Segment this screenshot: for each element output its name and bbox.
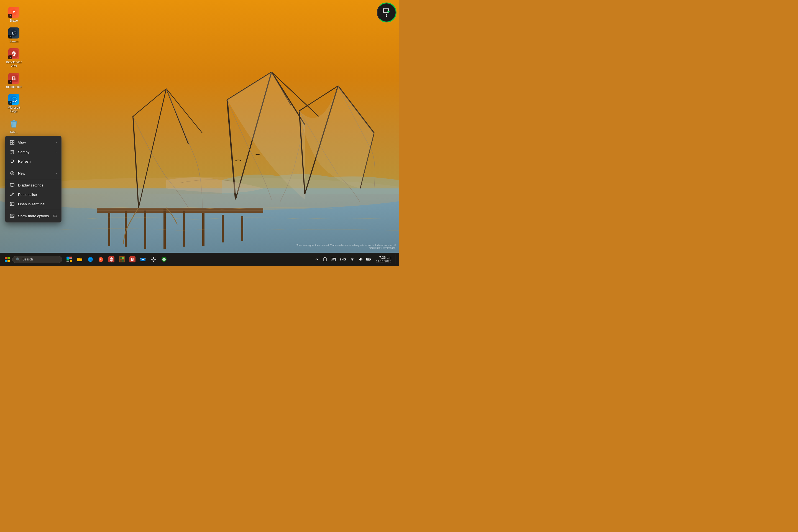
taskbar-bitdefender-b[interactable]: B	[128, 254, 137, 264]
desktop-icon-microsoft-edge[interactable]: ↗ Microsoft Edge	[3, 93, 25, 114]
bitdefender-vpn-label: Bitdefender VPN	[4, 60, 24, 68]
desktop-icon-brave[interactable]: ↗ Brave	[3, 5, 25, 23]
svg-text:VPN: VPN	[110, 259, 113, 261]
svg-rect-52	[69, 258, 72, 259]
bitdefender-label: Bitdefender	[6, 85, 22, 89]
svg-rect-61	[122, 257, 124, 259]
system-tray-icons: ENG	[313, 255, 373, 263]
steam-shortcut-arrow: ↗	[8, 35, 12, 39]
svg-point-31	[13, 32, 15, 34]
taskbar-clock[interactable]: 7:36 am 11/11/2023	[374, 255, 394, 264]
microsoft-edge-label: Microsoft Edge	[4, 106, 24, 113]
taskbar-settings[interactable]	[149, 254, 158, 264]
bitdefender-icon: B ↗	[8, 73, 19, 84]
svg-rect-66	[140, 258, 146, 261]
start-button[interactable]	[2, 254, 12, 264]
desktop-icon-recycle-bin[interactable]: Rcy...	[3, 117, 25, 135]
context-menu-item-refresh[interactable]: Refresh	[5, 156, 61, 166]
display-settings-icon	[10, 183, 15, 188]
svg-rect-60	[120, 257, 122, 259]
brave-shortcut-arrow: ↗	[8, 14, 12, 18]
context-menu-item-show-more[interactable]: Show more options 63	[5, 211, 61, 221]
show-more-shortcut: 63	[53, 214, 57, 217]
svg-point-77	[352, 261, 353, 261]
bitdefender-vpn-icon: VPN ↗	[8, 48, 19, 59]
context-menu-item-personalise[interactable]: Personalise	[5, 190, 61, 199]
new-submenu-arrow: ›	[56, 172, 57, 175]
view-label: View	[18, 140, 52, 145]
brave-icon: ↗	[8, 7, 19, 18]
tray-keyboard-icon[interactable]	[329, 255, 337, 263]
steam-icon: ↗	[8, 27, 19, 39]
clock-time: 7:36 am	[379, 256, 391, 260]
svg-rect-48	[10, 214, 14, 217]
svg-rect-42	[13, 140, 14, 142]
svg-rect-74	[334, 258, 335, 259]
svg-rect-75	[332, 259, 335, 260]
display-settings-label: Display settings	[18, 183, 57, 187]
taskbar-search[interactable]: 🔍 Search	[12, 256, 62, 263]
laptop-shield-icon	[383, 8, 390, 14]
context-menu-item-view[interactable]: View ›	[5, 138, 61, 147]
svg-rect-44	[13, 143, 14, 144]
show-more-label: Show more options	[18, 214, 49, 218]
brave-label: Brave	[10, 19, 18, 22]
svg-rect-62	[120, 260, 122, 262]
svg-rect-46	[10, 184, 14, 186]
menu-separator-1	[5, 167, 61, 167]
desktop-icons-area: ↗ Brave ↗ Steam VPN ↗ Bitdefender VPN	[0, 3, 28, 159]
badge-count: 2	[386, 14, 387, 17]
personalise-label: Personalise	[18, 193, 57, 197]
taskbar-bitdefender-vpn[interactable]: VPN	[107, 254, 116, 264]
recycle-bin-icon	[8, 118, 19, 129]
svg-rect-72	[332, 258, 333, 259]
windows-logo	[5, 257, 10, 262]
desktop-wallpaper	[0, 0, 399, 266]
personalise-icon	[10, 192, 15, 197]
taskbar-mail[interactable]	[138, 254, 148, 264]
tray-clipboard-icon[interactable]	[321, 255, 329, 263]
sort-icon	[10, 149, 15, 154]
sort-by-submenu-arrow: ›	[56, 150, 57, 153]
view-icon	[10, 140, 15, 145]
show-desktop-button[interactable]	[395, 254, 397, 264]
refresh-icon	[10, 159, 15, 164]
notification-badge[interactable]: 2	[377, 3, 396, 22]
context-menu-item-display-settings[interactable]: Display settings	[5, 180, 61, 190]
context-menu-item-sort-by[interactable]: Sort by ›	[5, 147, 61, 156]
steam-label: Steam	[10, 40, 18, 43]
tray-language-label[interactable]: ENG	[338, 255, 348, 263]
tray-network-icon[interactable]	[348, 255, 356, 263]
context-menu-item-new[interactable]: New ›	[5, 169, 61, 178]
bd-shortcut-arrow: ↗	[8, 80, 12, 84]
svg-rect-6	[144, 210, 146, 249]
taskbar-widgets[interactable]	[64, 254, 74, 264]
svg-rect-40	[383, 8, 388, 12]
tray-expand[interactable]	[313, 255, 321, 263]
desktop-icon-bitdefender-vpn[interactable]: VPN ↗ Bitdefender VPN	[3, 47, 25, 69]
svg-rect-43	[10, 143, 12, 144]
svg-rect-73	[333, 258, 334, 259]
taskbar-system-tray: ENG	[313, 254, 397, 264]
svg-text:B: B	[12, 75, 16, 81]
new-icon	[10, 171, 15, 176]
taskbar-xbox[interactable]	[159, 254, 169, 264]
svg-rect-51	[69, 256, 72, 258]
taskbar-file-explorer[interactable]	[75, 254, 85, 264]
taskbar-brave[interactable]	[96, 254, 106, 264]
desktop-icon-bitdefender[interactable]: B ↗ Bitdefender	[3, 72, 25, 90]
svg-point-49	[13, 216, 14, 217]
tray-battery-icon[interactable]	[365, 255, 373, 263]
context-menu-item-open-terminal[interactable]: Open in Terminal	[5, 199, 61, 209]
open-terminal-label: Open in Terminal	[18, 202, 57, 206]
taskbar-minecraft[interactable]	[117, 254, 127, 264]
tray-sound-icon[interactable]	[357, 255, 364, 263]
taskbar-edge[interactable]	[86, 254, 95, 264]
svg-rect-12	[97, 208, 263, 209]
taskbar: 🔍 Search	[0, 253, 399, 266]
svg-rect-10	[222, 215, 224, 243]
recycle-bin-label: Rcy...	[10, 130, 17, 134]
sort-by-label: Sort by	[18, 150, 52, 154]
svg-rect-50	[66, 256, 69, 259]
desktop-icon-steam[interactable]: ↗ Steam	[3, 26, 25, 44]
